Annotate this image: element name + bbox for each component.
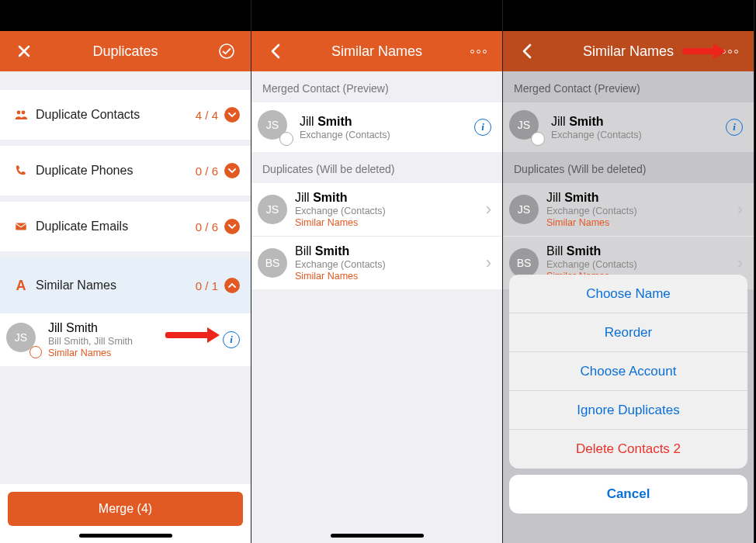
merge-button[interactable]: Merge (4) [8, 492, 243, 526]
dupe-row[interactable]: JS Jill Smith Exchange (Contacts) Simila… [251, 183, 502, 237]
row-duplicate-emails[interactable]: Duplicate Emails 0 / 6 [0, 202, 251, 258]
status-bar [503, 0, 754, 31]
selection-badge-icon[interactable] [29, 346, 42, 358]
row-count: 0 / 6 [196, 220, 218, 233]
contact-sub: Exchange (Contacts) [551, 130, 718, 140]
sheet-reorder[interactable]: Reorder [509, 313, 747, 352]
contact-tag: Similar Names [295, 217, 478, 228]
contact-sub: Exchange (Contacts) [546, 259, 730, 270]
row-label: Duplicate Phones [31, 164, 196, 178]
avatar: JS [6, 323, 40, 357]
page-title: Similar Names [289, 43, 465, 60]
letter-icon: A [11, 278, 31, 294]
row-count: 4 / 4 [196, 109, 218, 122]
contact-name: Jill Smith [551, 115, 718, 129]
back-icon[interactable] [262, 43, 289, 59]
nav-bar: Similar Names [251, 31, 502, 71]
contact-name: Bill Smith [295, 244, 478, 258]
sheet-cancel-button[interactable]: Cancel [509, 475, 747, 514]
contact-text: Jill Smith Exchange (Contacts) [300, 115, 466, 140]
screen-duplicates: Duplicates Duplicate Contacts 4 / 4 Dupl… [0, 0, 251, 543]
contact-text: Bill Smith Exchange (Contacts) Similar N… [295, 244, 478, 282]
row-duplicate-phones[interactable]: Duplicate Phones 0 / 6 [0, 146, 251, 202]
source-badge-icon [531, 132, 545, 146]
row-label: Similar Names [31, 278, 196, 292]
chevron-right-icon: › [737, 253, 743, 273]
avatar-initials: JS [509, 195, 539, 224]
sheet-choose-name[interactable]: Choose Name [509, 275, 747, 313]
info-icon: i [726, 119, 743, 136]
screen-action-sheet: Similar Names Merged Contact (Preview) J… [503, 0, 754, 543]
chevron-down-icon[interactable] [224, 219, 240, 234]
avatar-initials: BS [258, 248, 287, 278]
contact-text: Jill Smith Exchange (Contacts) Similar N… [546, 191, 730, 228]
close-icon[interactable] [11, 44, 37, 58]
contact-name: Jill Smith [546, 191, 730, 205]
section-header-preview: Merged Contact (Preview) [503, 71, 754, 102]
avatar-initials: JS [258, 195, 287, 224]
mail-icon [11, 220, 31, 233]
chevron-down-icon[interactable] [224, 163, 240, 178]
action-sheet-group: Choose Name Reorder Choose Account Ignor… [509, 275, 747, 469]
sheet-ignore-duplicates[interactable]: Ignore Duplicates [509, 391, 747, 430]
dupe-row[interactable]: BS Bill Smith Exchange (Contacts) Simila… [251, 237, 502, 289]
contact-text: Jill Smith Exchange (Contacts) [551, 115, 718, 140]
source-badge-icon [279, 132, 293, 146]
more-icon[interactable] [465, 50, 491, 54]
content: Merged Contact (Preview) JS Jill Smith E… [251, 71, 502, 543]
screen-similar-names: Similar Names Merged Contact (Preview) J… [251, 0, 503, 543]
contact-tag: Similar Names [48, 348, 215, 358]
avatar: JS [258, 110, 292, 144]
page-title: Similar Names [540, 43, 716, 60]
content: Duplicate Contacts 4 / 4 Duplicate Phone… [0, 71, 251, 543]
action-sheet: Choose Name Reorder Choose Account Ignor… [509, 275, 747, 532]
contact-sub: Exchange (Contacts) [295, 259, 478, 270]
row-count: 0 / 1 [196, 279, 218, 292]
contact-tag: Similar Names [295, 271, 478, 282]
dupe-row: JS Jill Smith Exchange (Contacts) Simila… [503, 183, 754, 237]
nav-bar: Duplicates [0, 31, 251, 71]
preview-contact-row[interactable]: JS Jill Smith Exchange (Contacts) i [251, 102, 502, 152]
row-label: Duplicate Emails [31, 220, 196, 233]
phone-icon [11, 164, 31, 178]
chevron-right-icon: › [486, 199, 491, 220]
avatar-initials: BS [509, 248, 539, 278]
nav-bar: Similar Names [503, 31, 754, 71]
contact-tag: Similar Names [546, 217, 730, 228]
status-bar [0, 0, 251, 31]
row-similar-names[interactable]: A Similar Names 0 / 1 [0, 258, 251, 313]
back-icon[interactable] [514, 43, 540, 59]
row-label: Duplicate Contacts [31, 108, 196, 122]
contact-text: Jill Smith Bill Smith, Jill Smith Simila… [48, 321, 215, 358]
more-icon[interactable] [716, 50, 743, 54]
home-indicator [251, 529, 502, 543]
page-title: Duplicates [37, 43, 213, 60]
contact-sub: Exchange (Contacts) [295, 206, 478, 216]
row-duplicate-contacts[interactable]: Duplicate Contacts 4 / 4 [0, 90, 251, 146]
chevron-right-icon: › [737, 199, 743, 220]
row-count: 0 / 6 [196, 164, 218, 178]
info-icon[interactable]: i [223, 331, 240, 348]
contact-sub: Exchange (Contacts) [546, 206, 730, 216]
contact-text: Jill Smith Exchange (Contacts) Similar N… [295, 191, 478, 228]
section-header-dupes: Duplicates (Will be deleted) [503, 152, 754, 183]
content: Merged Contact (Preview) JS Jill Smith E… [503, 71, 754, 543]
svg-rect-3 [16, 223, 26, 230]
svg-point-1 [17, 111, 21, 115]
section-header-preview: Merged Contact (Preview) [251, 71, 502, 102]
svg-point-0 [220, 44, 234, 58]
contact-name: Bill Smith [546, 244, 730, 258]
info-icon[interactable]: i [474, 119, 491, 136]
sheet-choose-account[interactable]: Choose Account [509, 352, 747, 391]
sheet-delete-contacts[interactable]: Delete Contacts 2 [509, 430, 747, 469]
chevron-down-icon[interactable] [224, 107, 240, 123]
select-all-icon[interactable] [213, 43, 240, 60]
chevron-up-icon[interactable] [224, 278, 240, 293]
avatar: JS [509, 110, 543, 144]
contact-sub: Bill Smith, Jill Smith [48, 336, 215, 347]
contact-name: Jill Smith [295, 191, 478, 205]
contact-name: Jill Smith [48, 321, 215, 335]
contact-row[interactable]: JS Jill Smith Bill Smith, Jill Smith Sim… [0, 313, 251, 366]
status-bar [251, 0, 502, 31]
preview-contact-row: JS Jill Smith Exchange (Contacts) i [503, 102, 754, 152]
